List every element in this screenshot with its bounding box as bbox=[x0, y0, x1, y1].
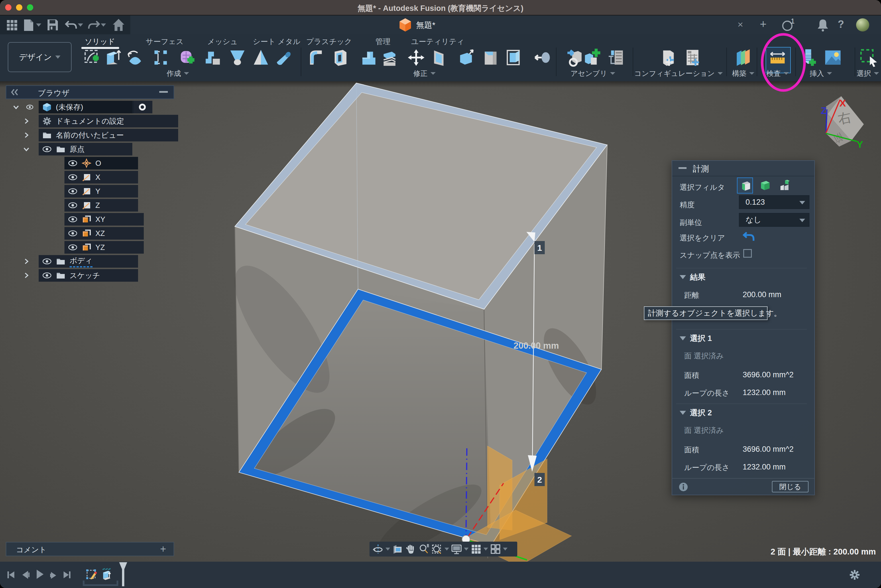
secondary-units-label: 副単位 bbox=[680, 218, 702, 228]
document-activate-radio[interactable] bbox=[132, 101, 152, 113]
eye-icon[interactable] bbox=[68, 243, 78, 252]
gear-icon bbox=[42, 116, 52, 126]
zoom-icon[interactable] bbox=[418, 543, 430, 555]
filter-body-icon[interactable] bbox=[757, 177, 773, 194]
clear-selection-label: 選択をクリア bbox=[680, 233, 725, 243]
orbit-icon[interactable] bbox=[372, 543, 384, 555]
filter-face-icon[interactable] bbox=[737, 177, 753, 194]
dialog-divider bbox=[676, 404, 807, 404]
axis-icon bbox=[82, 172, 92, 182]
selection-status-text: 2 面 | 最小距離 : 200.00 mm bbox=[770, 546, 876, 558]
eye-icon[interactable] bbox=[26, 104, 33, 111]
selection1-loop-label: ループの長さ bbox=[684, 388, 729, 398]
timeline-settings-gear-icon[interactable] bbox=[848, 568, 861, 582]
measure-dialog-title: 計測 bbox=[693, 164, 709, 174]
clear-selection-undo-icon[interactable] bbox=[743, 231, 755, 243]
eye-icon[interactable] bbox=[68, 172, 78, 182]
show-snap-points-checkbox[interactable] bbox=[743, 249, 752, 258]
selection2-area-label: 面積 bbox=[684, 445, 699, 455]
grid-caret-icon[interactable] bbox=[483, 548, 488, 550]
eye-icon[interactable] bbox=[68, 228, 78, 238]
tree-item-label: Z bbox=[95, 201, 100, 210]
timeline-step-back-icon[interactable] bbox=[20, 569, 32, 580]
eye-icon[interactable] bbox=[68, 186, 78, 196]
selection1-header-label: 選択 1 bbox=[690, 333, 712, 344]
tree-item-label: スケッチ bbox=[69, 270, 100, 280]
collapse-dialog-icon[interactable] bbox=[678, 167, 687, 169]
timeline-group-bracket bbox=[83, 580, 120, 587]
selection1-selected-text: 面 選択済み bbox=[684, 351, 724, 361]
timeline-step-forward-icon[interactable] bbox=[48, 570, 60, 581]
axis-icon bbox=[82, 186, 92, 196]
selection2-selected-text: 面 選択済み bbox=[684, 425, 724, 435]
timeline-go-to-start-icon[interactable] bbox=[5, 569, 17, 580]
section-collapse-icon bbox=[680, 336, 686, 340]
selection2-loop-label: ループの長さ bbox=[684, 463, 729, 472]
section-collapse-icon bbox=[680, 411, 686, 415]
distance-value: 200.00 mm bbox=[743, 290, 781, 299]
chevron-right-icon[interactable] bbox=[23, 118, 30, 124]
eye-icon[interactable] bbox=[42, 256, 52, 266]
chevron-right-icon[interactable] bbox=[23, 258, 30, 265]
origin-point-icon bbox=[82, 158, 92, 168]
plane-icon bbox=[82, 228, 92, 238]
look-at-icon[interactable] bbox=[392, 543, 403, 555]
eye-icon[interactable] bbox=[68, 214, 78, 224]
marker-2-label: 2 bbox=[537, 475, 542, 484]
zoom-window-icon[interactable] bbox=[431, 543, 443, 555]
tree-item-label: ボディ bbox=[69, 256, 93, 267]
measurement-value-label: 200.00 mm bbox=[514, 340, 559, 351]
selection1-section-header[interactable]: 選択 1 bbox=[680, 333, 712, 344]
tree-item-label: ドキュメントの設定 bbox=[56, 116, 124, 126]
zoom-window-caret-icon[interactable] bbox=[445, 548, 449, 550]
orbit-caret-icon[interactable] bbox=[385, 548, 390, 550]
chevron-down-icon[interactable] bbox=[23, 146, 30, 153]
grid-icon[interactable] bbox=[470, 543, 482, 555]
tree-item-label: X bbox=[95, 173, 100, 182]
tree-item-label: 名前の付いたビュー bbox=[56, 130, 124, 140]
display-settings-icon[interactable] bbox=[451, 543, 462, 555]
info-icon[interactable] bbox=[678, 482, 688, 493]
timeline-play-icon[interactable] bbox=[34, 568, 45, 580]
secondary-units-dropdown[interactable]: なし bbox=[739, 213, 809, 227]
timeline-go-to-end-icon[interactable] bbox=[61, 569, 73, 580]
chevron-right-icon[interactable] bbox=[23, 272, 30, 279]
eye-icon[interactable] bbox=[42, 144, 52, 154]
browser-panel-header[interactable]: ブラウザ bbox=[6, 85, 174, 99]
eye-icon[interactable] bbox=[68, 158, 78, 168]
close-dialog-button[interactable]: 閉じる bbox=[772, 481, 809, 492]
results-section-header[interactable]: 結果 bbox=[680, 272, 705, 282]
results-header-label: 結果 bbox=[690, 272, 705, 282]
precision-dropdown[interactable]: 0.123 bbox=[739, 195, 809, 209]
viewports-icon[interactable] bbox=[490, 543, 501, 555]
eye-icon[interactable] bbox=[42, 270, 52, 280]
selection2-loop-value: 1232.00 mm bbox=[743, 463, 786, 471]
eye-icon[interactable] bbox=[68, 200, 78, 210]
dialog-divider bbox=[676, 329, 807, 330]
tooltip: 計測するオブジェクトを選択します。 bbox=[644, 306, 768, 320]
minimize-panel-icon[interactable] bbox=[159, 91, 168, 93]
plane-icon bbox=[82, 214, 92, 224]
dropdown-caret-icon bbox=[799, 219, 805, 222]
timeline-scrubber[interactable] bbox=[118, 562, 128, 588]
selection2-section-header[interactable]: 選択 2 bbox=[680, 408, 712, 418]
collapse-panel-icon[interactable] bbox=[10, 88, 19, 98]
measure-dialog-header[interactable]: 計測 bbox=[672, 161, 814, 176]
chevron-down-icon[interactable] bbox=[13, 104, 20, 111]
viewports-caret-icon[interactable] bbox=[503, 548, 508, 550]
tree-item-label: XZ bbox=[95, 229, 105, 238]
filter-component-icon[interactable] bbox=[777, 177, 793, 194]
selection1-area-label: 面積 bbox=[684, 370, 699, 381]
selection2-area-value: 3696.00 mm^2 bbox=[743, 445, 794, 454]
tree-item-label: (未保存) bbox=[56, 102, 83, 112]
pan-icon[interactable] bbox=[405, 543, 416, 555]
tree-item-label: XY bbox=[95, 215, 105, 224]
precision-value: 0.123 bbox=[739, 198, 765, 207]
add-comment-icon[interactable]: + bbox=[160, 543, 166, 555]
distance-label: 距離 bbox=[684, 290, 699, 300]
comments-panel[interactable]: コメント + bbox=[6, 542, 174, 556]
view-cube[interactable]: 右 前 Z X Y bbox=[821, 96, 864, 150]
display-settings-caret-icon[interactable] bbox=[464, 548, 469, 550]
chevron-right-icon[interactable] bbox=[23, 132, 30, 138]
selection2-header-label: 選択 2 bbox=[690, 408, 712, 418]
